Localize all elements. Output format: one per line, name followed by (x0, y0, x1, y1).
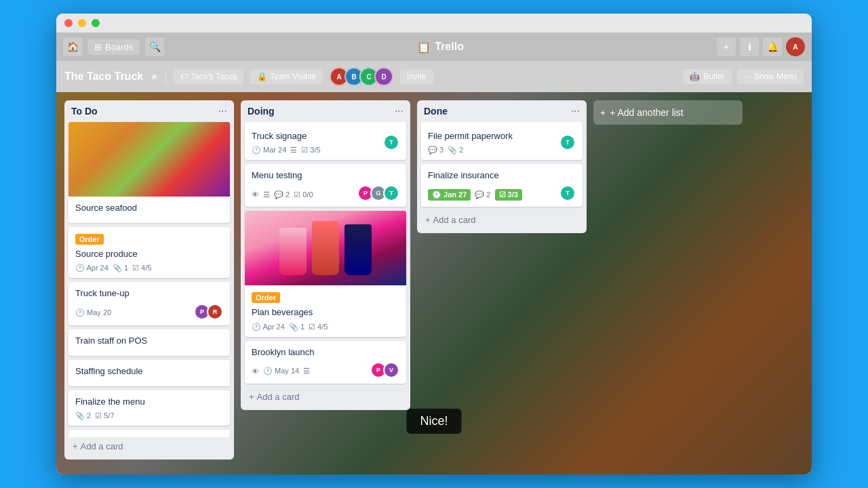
add-card-doing[interactable]: + Add a card (243, 388, 408, 406)
card-file-permit[interactable]: File permit paperwork 💬 3 📎 2 T (421, 122, 583, 160)
plus-icon-list: + (600, 107, 606, 118)
list-title-doing: Doing (248, 106, 275, 117)
checklist-badge: ☑ 4/5 (132, 264, 151, 272)
card-finalize-menu[interactable]: Finalize the menu 📎 2 ☑ 5/7 (68, 390, 230, 426)
board-content: To Do ··· Source seafood Order Source pr… (56, 92, 812, 474)
list-menu-done[interactable]: ··· (571, 106, 580, 117)
boards-button[interactable]: ⊞ Boards (87, 39, 140, 55)
nice-badge: Nice! (406, 409, 461, 434)
card-meta-signage: 🕐 Mar 24 ☰ ☑ 3/5 (252, 146, 383, 155)
avatar-teal-testing: T (383, 185, 399, 201)
list-done: Done ··· File permit paperwork 💬 3 📎 2 (417, 100, 587, 233)
list-cards-doing: Truck signage 🕐 Mar 24 ☰ ☑ 3/5 T (241, 122, 410, 388)
card-source-seafood[interactable]: Source seafood (68, 122, 230, 223)
topbar: 🏠 ⊞ Boards 🔍 📋 Trello + ℹ 🔔 A (56, 33, 812, 61)
card-bottom-tuneup: 🕐 May 20 P R (75, 304, 223, 320)
add-card-todo[interactable]: + Add a card (67, 437, 231, 455)
card-title-train-staff: Train staff on POS (75, 335, 223, 347)
plus-icon-doing: + (249, 392, 254, 402)
avatar-teal-insurance: T (559, 185, 576, 201)
due-date-insurance: 🕐 Jan 27 (428, 189, 471, 201)
card-truck-signage[interactable]: Truck signage 🕐 Mar 24 ☰ ☑ 3/5 T (245, 122, 406, 160)
user-avatar[interactable]: A (786, 37, 805, 56)
list-menu-todo[interactable]: ··· (218, 106, 227, 117)
notification-button[interactable]: 🔔 (763, 37, 782, 56)
team-icon: 🏷 (180, 72, 188, 81)
card-avatars-signage: T (383, 134, 399, 150)
card-train-staff[interactable]: Train staff on POS (68, 329, 230, 356)
card-meta-finalize-menu: 📎 2 ☑ 5/7 (75, 411, 223, 420)
attachment-badge: 📎 1 (113, 264, 128, 272)
butler-button[interactable]: 🤖 Butler (683, 69, 731, 84)
star-icon[interactable]: ★ (150, 71, 159, 82)
card-title-beverages: Plan beverages (252, 306, 399, 319)
card-truck-tuneup[interactable]: Truck tune-up 🕐 May 20 P R (68, 282, 230, 325)
boards-label: Boards (105, 42, 133, 52)
card-title-truck-tuneup: Truck tune-up (75, 287, 223, 300)
invite-button[interactable]: Invite (400, 69, 433, 84)
desc-signage: ☰ (290, 146, 297, 155)
card-avatars-insurance: T (559, 185, 576, 201)
checklist-badge-menu: ☑ 5/7 (95, 411, 114, 420)
list-doing: Doing ··· Truck signage 🕐 Mar 24 ☰ (241, 100, 410, 410)
trello-icon: 📋 (417, 41, 431, 54)
desc-testing: ☰ (263, 190, 270, 199)
show-menu-label: Show Menu (754, 72, 797, 81)
member-avatars: A B C D (330, 67, 393, 86)
add-card-done[interactable]: + Add a card (420, 211, 584, 229)
card-bottom-testing: 👁 ☰ 💬 2 ☑ 0/0 P G T (252, 185, 399, 201)
add-card-label-doing: Add a card (257, 392, 300, 402)
card-title-source-produce: Source produce (75, 248, 223, 260)
card-title-menu-testing: Menu testing (252, 169, 399, 182)
show-menu-button[interactable]: ··· Show Menu (737, 69, 804, 84)
home-button[interactable]: 🏠 (63, 37, 82, 56)
card-title-manhattan: Manhattan launch (75, 435, 223, 437)
list-title-done: Done (424, 106, 448, 117)
close-dot[interactable] (64, 19, 73, 27)
due-signage: 🕐 Mar 24 (252, 146, 286, 155)
plus-icon-done: + (425, 215, 431, 225)
card-title-insurance: Finalize insurance (428, 169, 576, 182)
card-staffing-schedule[interactable]: Staffing schedule (68, 360, 230, 386)
add-list-button[interactable]: + + Add another list (593, 100, 743, 125)
card-label-order-bev: Order (252, 292, 280, 303)
visibility-button[interactable]: 🔒 Team Visible (250, 69, 323, 84)
card-source-produce[interactable]: Order Source produce 🕐 Apr 24 📎 1 ☑ 4/5 (68, 227, 230, 278)
search-button[interactable]: 🔍 (145, 37, 164, 56)
menu-icon: ··· (744, 72, 751, 81)
card-bottom-signage: Truck signage 🕐 Mar 24 ☰ ☑ 3/5 T (252, 130, 399, 155)
card-plan-beverages[interactable]: Order Plan beverages 🕐 Apr 24 📎 1 ☑ 4/5 (245, 211, 406, 336)
minimize-dot[interactable] (78, 19, 86, 27)
add-card-label-todo: Add a card (81, 441, 123, 451)
card-meta-tuneup: 🕐 May 20 (75, 308, 111, 317)
team-button[interactable]: 🏷 Taco's Tacos (173, 69, 243, 84)
card-menu-testing[interactable]: Menu testing 👁 ☰ 💬 2 ☑ 0/0 P G (245, 164, 406, 207)
board-header: The Taco Truck ★ 🏷 Taco's Tacos 🔒 Team V… (56, 61, 812, 92)
add-button[interactable]: + (717, 37, 736, 56)
avatar-purple-brooklyn: V (383, 362, 399, 378)
avatar-red: R (207, 304, 223, 320)
avatar-teal-permit: T (559, 134, 576, 150)
card-avatars-brooklyn: P V (370, 362, 399, 378)
maximize-dot[interactable] (92, 19, 100, 27)
card-cover-drinks (245, 211, 406, 285)
list-menu-doing[interactable]: ··· (395, 106, 403, 117)
trello-logo: 📋 Trello (170, 41, 711, 54)
comment-insurance: 💬 2 (475, 190, 490, 199)
grid-icon: ⊞ (94, 42, 102, 52)
desc-brooklyn: ☰ (303, 367, 310, 375)
card-title-truck-signage: Truck signage (252, 130, 383, 142)
card-brooklyn-launch[interactable]: Brooklyn launch 👁 🕐 May 14 ☰ P V (245, 341, 406, 384)
card-finalize-insurance[interactable]: Finalize insurance 🕐 Jan 27 💬 2 ☑ 3/3 T (421, 164, 583, 207)
card-meta-source-produce: 🕐 Apr 24 📎 1 ☑ 4/5 (75, 264, 223, 272)
card-meta-testing: 👁 ☰ 💬 2 ☑ 0/0 (252, 190, 313, 199)
card-manhattan-launch[interactable]: Manhattan launch (68, 430, 230, 437)
add-list-label: + Add another list (610, 107, 684, 118)
list-header-doing: Doing ··· (241, 100, 410, 122)
butler-label: Butler (703, 72, 724, 81)
titlebar (56, 14, 812, 33)
checklist-signage: ☑ 3/5 (301, 146, 320, 155)
member-avatar-4[interactable]: D (374, 67, 393, 86)
due-badge-tuneup: 🕐 May 20 (75, 308, 111, 317)
info-button[interactable]: ℹ (740, 37, 759, 56)
